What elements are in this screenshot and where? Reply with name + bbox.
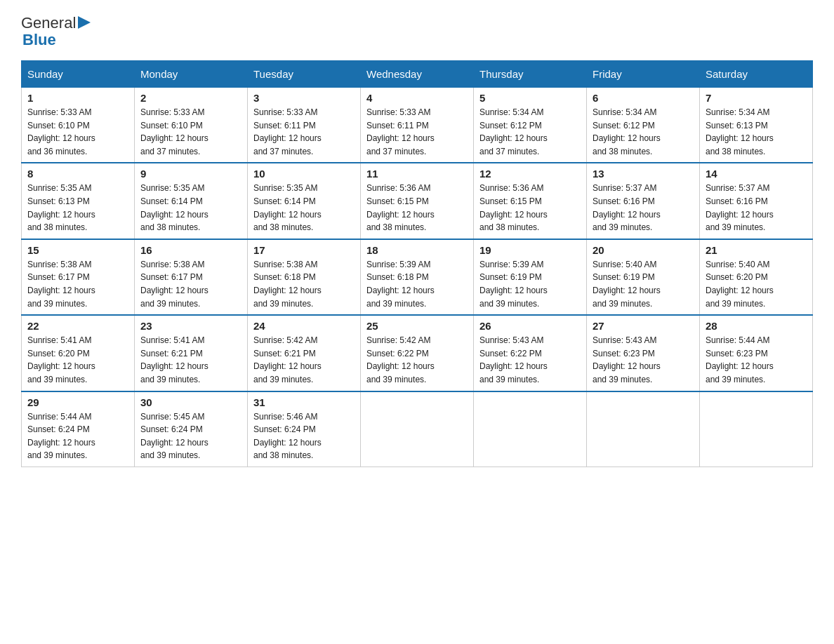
- day-number: 10: [253, 168, 355, 180]
- calendar-cell: 22Sunrise: 5:41 AMSunset: 6:20 PMDayligh…: [22, 315, 135, 391]
- calendar-cell: 30Sunrise: 5:45 AMSunset: 6:24 PMDayligh…: [135, 391, 248, 467]
- day-number: 23: [140, 320, 241, 332]
- calendar-cell: 15Sunrise: 5:38 AMSunset: 6:17 PMDayligh…: [22, 239, 135, 315]
- day-number: 9: [140, 168, 241, 180]
- calendar-cell: 27Sunrise: 5:43 AMSunset: 6:23 PMDayligh…: [587, 315, 700, 391]
- calendar-cell: 23Sunrise: 5:41 AMSunset: 6:21 PMDayligh…: [135, 315, 248, 391]
- day-info: Sunrise: 5:34 AMSunset: 6:13 PMDaylight:…: [706, 106, 807, 158]
- day-info: Sunrise: 5:46 AMSunset: 6:24 PMDaylight:…: [253, 410, 355, 462]
- day-number: 1: [27, 92, 128, 104]
- calendar-cell: 12Sunrise: 5:36 AMSunset: 6:15 PMDayligh…: [474, 163, 587, 239]
- day-number: 11: [366, 168, 468, 180]
- calendar-cell: 13Sunrise: 5:37 AMSunset: 6:16 PMDayligh…: [587, 163, 700, 239]
- day-info: Sunrise: 5:34 AMSunset: 6:12 PMDaylight:…: [479, 106, 581, 158]
- day-info: Sunrise: 5:33 AMSunset: 6:11 PMDaylight:…: [253, 106, 355, 158]
- day-number: 13: [593, 168, 694, 180]
- calendar-cell: 25Sunrise: 5:42 AMSunset: 6:22 PMDayligh…: [361, 315, 474, 391]
- day-number: 12: [479, 168, 581, 180]
- calendar-cell: 31Sunrise: 5:46 AMSunset: 6:24 PMDayligh…: [248, 391, 361, 467]
- calendar-cell: 4Sunrise: 5:33 AMSunset: 6:11 PMDaylight…: [361, 88, 474, 163]
- day-number: 14: [706, 168, 807, 180]
- day-info: Sunrise: 5:33 AMSunset: 6:10 PMDaylight:…: [27, 106, 128, 158]
- day-info: Sunrise: 5:33 AMSunset: 6:10 PMDaylight:…: [140, 106, 241, 158]
- day-number: 4: [366, 92, 468, 104]
- calendar-cell: 29Sunrise: 5:44 AMSunset: 6:24 PMDayligh…: [22, 391, 135, 467]
- calendar-cell: 5Sunrise: 5:34 AMSunset: 6:12 PMDaylight…: [474, 88, 587, 163]
- weekday-header-friday: Friday: [587, 61, 700, 88]
- day-number: 19: [479, 244, 581, 256]
- day-number: 8: [27, 168, 128, 180]
- day-number: 22: [27, 320, 128, 332]
- day-info: Sunrise: 5:39 AMSunset: 6:18 PMDaylight:…: [366, 258, 468, 310]
- day-info: Sunrise: 5:44 AMSunset: 6:23 PMDaylight:…: [706, 334, 807, 386]
- day-info: Sunrise: 5:37 AMSunset: 6:16 PMDaylight:…: [706, 182, 807, 234]
- day-number: 5: [479, 92, 581, 104]
- day-info: Sunrise: 5:45 AMSunset: 6:24 PMDaylight:…: [140, 410, 241, 462]
- day-number: 16: [140, 244, 241, 256]
- day-number: 20: [593, 244, 694, 256]
- day-info: Sunrise: 5:37 AMSunset: 6:16 PMDaylight:…: [593, 182, 694, 234]
- calendar-table: SundayMondayTuesdayWednesdayThursdayFrid…: [21, 60, 813, 467]
- day-info: Sunrise: 5:41 AMSunset: 6:20 PMDaylight:…: [27, 334, 128, 386]
- logo-general-text: General: [21, 14, 76, 32]
- day-info: Sunrise: 5:43 AMSunset: 6:22 PMDaylight:…: [479, 334, 581, 386]
- weekday-header-wednesday: Wednesday: [361, 61, 474, 88]
- logo: General Blue: [21, 14, 91, 48]
- day-info: Sunrise: 5:42 AMSunset: 6:22 PMDaylight:…: [366, 334, 468, 386]
- day-number: 28: [706, 320, 807, 332]
- calendar-cell: 8Sunrise: 5:35 AMSunset: 6:13 PMDaylight…: [22, 163, 135, 239]
- calendar-cell: 17Sunrise: 5:38 AMSunset: 6:18 PMDayligh…: [248, 239, 361, 315]
- calendar-cell: [587, 391, 700, 467]
- calendar-cell: 21Sunrise: 5:40 AMSunset: 6:20 PMDayligh…: [700, 239, 813, 315]
- day-info: Sunrise: 5:36 AMSunset: 6:15 PMDaylight:…: [366, 182, 468, 234]
- weekday-header-thursday: Thursday: [474, 61, 587, 88]
- day-number: 15: [27, 244, 128, 256]
- weekday-header-monday: Monday: [135, 61, 248, 88]
- svg-marker-0: [78, 16, 91, 29]
- calendar-cell: 6Sunrise: 5:34 AMSunset: 6:12 PMDaylight…: [587, 88, 700, 163]
- weekday-header-saturday: Saturday: [700, 61, 813, 88]
- weekday-header-tuesday: Tuesday: [248, 61, 361, 88]
- calendar-cell: 7Sunrise: 5:34 AMSunset: 6:13 PMDaylight…: [700, 88, 813, 163]
- day-info: Sunrise: 5:33 AMSunset: 6:11 PMDaylight:…: [366, 106, 468, 158]
- day-number: 30: [140, 396, 241, 408]
- day-info: Sunrise: 5:38 AMSunset: 6:17 PMDaylight:…: [140, 258, 241, 310]
- day-info: Sunrise: 5:35 AMSunset: 6:14 PMDaylight:…: [253, 182, 355, 234]
- page-header: General Blue: [21, 14, 813, 48]
- logo-arrow-icon: [78, 16, 91, 29]
- day-number: 24: [253, 320, 355, 332]
- weekday-header-sunday: Sunday: [22, 61, 135, 88]
- day-info: Sunrise: 5:38 AMSunset: 6:18 PMDaylight:…: [253, 258, 355, 310]
- calendar-cell: 3Sunrise: 5:33 AMSunset: 6:11 PMDaylight…: [248, 88, 361, 163]
- calendar-cell: 2Sunrise: 5:33 AMSunset: 6:10 PMDaylight…: [135, 88, 248, 163]
- calendar-cell: 11Sunrise: 5:36 AMSunset: 6:15 PMDayligh…: [361, 163, 474, 239]
- day-number: 18: [366, 244, 468, 256]
- day-number: 21: [706, 244, 807, 256]
- calendar-cell: 9Sunrise: 5:35 AMSunset: 6:14 PMDaylight…: [135, 163, 248, 239]
- logo-blue-text: Blue: [22, 32, 91, 48]
- day-info: Sunrise: 5:35 AMSunset: 6:13 PMDaylight:…: [27, 182, 128, 234]
- day-info: Sunrise: 5:40 AMSunset: 6:20 PMDaylight:…: [706, 258, 807, 310]
- calendar-cell: 1Sunrise: 5:33 AMSunset: 6:10 PMDaylight…: [22, 88, 135, 163]
- day-info: Sunrise: 5:34 AMSunset: 6:12 PMDaylight:…: [593, 106, 694, 158]
- day-number: 26: [479, 320, 581, 332]
- calendar-cell: 19Sunrise: 5:39 AMSunset: 6:19 PMDayligh…: [474, 239, 587, 315]
- day-number: 3: [253, 92, 355, 104]
- day-number: 2: [140, 92, 241, 104]
- day-number: 6: [593, 92, 694, 104]
- day-info: Sunrise: 5:40 AMSunset: 6:19 PMDaylight:…: [593, 258, 694, 310]
- calendar-cell: 28Sunrise: 5:44 AMSunset: 6:23 PMDayligh…: [700, 315, 813, 391]
- day-number: 27: [593, 320, 694, 332]
- calendar-cell: [700, 391, 813, 467]
- calendar-cell: 26Sunrise: 5:43 AMSunset: 6:22 PMDayligh…: [474, 315, 587, 391]
- day-info: Sunrise: 5:42 AMSunset: 6:21 PMDaylight:…: [253, 334, 355, 386]
- calendar-cell: 24Sunrise: 5:42 AMSunset: 6:21 PMDayligh…: [248, 315, 361, 391]
- day-number: 29: [27, 396, 128, 408]
- calendar-cell: 16Sunrise: 5:38 AMSunset: 6:17 PMDayligh…: [135, 239, 248, 315]
- calendar-cell: 18Sunrise: 5:39 AMSunset: 6:18 PMDayligh…: [361, 239, 474, 315]
- day-info: Sunrise: 5:44 AMSunset: 6:24 PMDaylight:…: [27, 410, 128, 462]
- calendar-cell: [361, 391, 474, 467]
- day-info: Sunrise: 5:36 AMSunset: 6:15 PMDaylight:…: [479, 182, 581, 234]
- day-info: Sunrise: 5:43 AMSunset: 6:23 PMDaylight:…: [593, 334, 694, 386]
- day-info: Sunrise: 5:39 AMSunset: 6:19 PMDaylight:…: [479, 258, 581, 310]
